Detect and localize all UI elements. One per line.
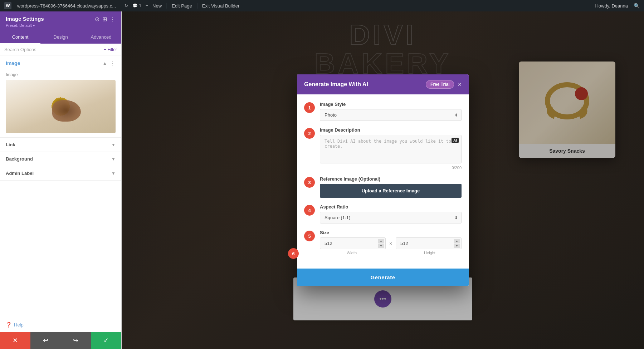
char-count: 0/200 (320, 166, 462, 170)
size-labels: Width Height (320, 251, 462, 255)
comment-icon[interactable]: 💬 1 (132, 3, 141, 8)
width-up-arrow[interactable]: ▲ (378, 239, 384, 243)
image-style-select[interactable]: Photo (320, 109, 462, 121)
right-content: DIVI BAKERY Savory Snacks (122, 11, 644, 349)
width-input-wrapper: ▲ ▼ (320, 237, 386, 249)
main-layout: Image Settings ⊙ ⊞ ⋮ Preset: Default ▾ C… (0, 11, 644, 349)
panel-more-icon[interactable]: ⋮ (110, 16, 116, 23)
search-options-input[interactable] (4, 47, 101, 52)
step-3-circle: 3 (304, 177, 315, 188)
check-button[interactable]: ✓ (91, 332, 121, 349)
donut-bg (6, 80, 116, 133)
left-panel: Image Settings ⊙ ⊞ ⋮ Preset: Default ▾ C… (0, 11, 122, 349)
image-section-more-icon[interactable]: ⋮ (110, 60, 116, 67)
step-4-circle: 4 (304, 205, 315, 216)
width-label: Width (320, 251, 384, 255)
step-4-content: Aspect Ratio Square (1:1) (320, 204, 462, 223)
modal-body: 1 Image Style Photo 2 (297, 94, 469, 269)
image-style-label: Image Style (320, 102, 462, 107)
admin-label-expand-icon[interactable]: ▼ (111, 171, 116, 176)
admin-label-section-header[interactable]: Admin Label ▼ (0, 166, 121, 180)
refresh-icon[interactable]: ↻ (125, 3, 128, 8)
step-1-content: Image Style Photo (320, 102, 462, 121)
image-description-textarea[interactable] (320, 135, 462, 163)
link-section-expand-icon[interactable]: ▼ (111, 142, 116, 147)
upload-reference-image-button[interactable]: Upload a Reference Image (320, 184, 462, 198)
modal-title: Generate Image With AI (304, 81, 368, 88)
add-new-icon[interactable]: + (146, 3, 148, 8)
panel-focus-icon[interactable]: ⊙ (95, 16, 99, 23)
image-section-collapse-icon[interactable]: ▲ (103, 61, 107, 66)
undo-button[interactable]: ↩ (30, 332, 61, 349)
step-2-content: Image Description AI 0/200 (320, 127, 462, 170)
help-icon: ❓ (6, 322, 12, 328)
admin-label-section: Admin Label ▼ (0, 166, 121, 181)
reference-image-label: Reference Image (Optional) (320, 176, 462, 182)
image-description-label: Image Description (320, 127, 462, 133)
background-section-header[interactable]: Background ▼ (0, 152, 121, 166)
image-section-title: Image (6, 60, 20, 66)
link-section-title: Link (6, 142, 15, 147)
image-section: Image ▲ ⋮ Image (0, 55, 121, 138)
admin-label-section-title: Admin Label (6, 171, 34, 176)
step-2-row: 2 Image Description AI 0/200 (304, 127, 462, 170)
step-5-row: 5 Size ▲ ▼ × (304, 230, 462, 255)
aspect-ratio-label: Aspect Ratio (320, 204, 462, 210)
size-label: Size (320, 230, 462, 235)
wp-admin-bar: W wordpress-784896-3766464.cloudwaysapps… (0, 0, 644, 11)
exit-visual-builder-button[interactable]: Exit Visual Builder (202, 3, 240, 9)
size-x-space (387, 251, 394, 255)
filter-button[interactable]: + Filter (104, 47, 117, 52)
link-section-header[interactable]: Link ▼ (0, 138, 121, 152)
undo-icon: ↩ (43, 336, 48, 344)
modal-header-right: Free Trial × (426, 80, 462, 89)
check-icon: ✓ (103, 336, 109, 344)
tab-design[interactable]: Design (40, 31, 81, 43)
step-1-circle: 1 (304, 102, 315, 113)
panel-grid-icon[interactable]: ⊞ (102, 16, 107, 23)
tab-content[interactable]: Content (0, 31, 40, 44)
redo-icon: ↪ (73, 336, 78, 344)
height-label: Height (398, 251, 462, 255)
step-3-row: 3 Reference Image (Optional) Upload a Re… (304, 176, 462, 198)
link-section: Link ▼ (0, 138, 121, 152)
height-up-arrow[interactable]: ▲ (454, 239, 460, 243)
image-preview (6, 80, 116, 133)
donut-blob (52, 100, 81, 122)
donut-image (6, 80, 116, 133)
height-down-arrow[interactable]: ▼ (454, 244, 460, 248)
close-button[interactable]: ✕ (0, 332, 30, 349)
admin-bar-icons: ↻ 💬 1 + New | Edit Page | Exit Visual Bu… (125, 3, 239, 9)
step-1-row: 1 Image Style Photo (304, 102, 462, 121)
new-button[interactable]: New (152, 3, 162, 9)
modal-close-button[interactable]: × (458, 81, 462, 88)
edit-page-link[interactable]: Edit Page (172, 3, 192, 9)
aspect-ratio-select[interactable]: Square (1:1) (320, 212, 462, 223)
step-4-row: 4 Aspect Ratio Square (1:1) (304, 204, 462, 223)
step-6-outside-circle: 6 (288, 248, 299, 259)
width-arrows: ▲ ▼ (378, 239, 384, 248)
help-section: ❓ Help (0, 318, 121, 332)
wp-search-icon[interactable]: 🔍 (634, 3, 640, 9)
height-arrows: ▲ ▼ (454, 239, 460, 248)
height-input[interactable] (396, 237, 462, 249)
panel-preset[interactable]: Preset: Default ▾ (6, 23, 116, 28)
howdy-user: Howdy, Deanna (595, 3, 628, 9)
step-5-circle: 5 (304, 231, 315, 241)
tab-advanced[interactable]: Advanced (81, 31, 121, 43)
background-section-expand-icon[interactable]: ▼ (111, 157, 116, 162)
redo-button[interactable]: ↪ (61, 332, 91, 349)
width-input[interactable] (320, 237, 386, 249)
size-x-separator: × (389, 241, 392, 246)
generate-button[interactable]: Generate (297, 269, 469, 286)
free-trial-badge[interactable]: Free Trial (426, 80, 454, 89)
panel-title: Image Settings (6, 16, 44, 22)
close-icon: ✕ (13, 336, 18, 344)
image-section-header[interactable]: Image ▲ ⋮ (0, 55, 121, 71)
width-down-arrow[interactable]: ▼ (378, 244, 384, 248)
help-link[interactable]: Help (14, 322, 24, 328)
wp-logo-icon: W (4, 2, 11, 9)
search-bar: + Filter (0, 44, 121, 55)
aspect-ratio-select-wrapper: Square (1:1) (320, 212, 462, 223)
background-section-title: Background (6, 156, 33, 162)
